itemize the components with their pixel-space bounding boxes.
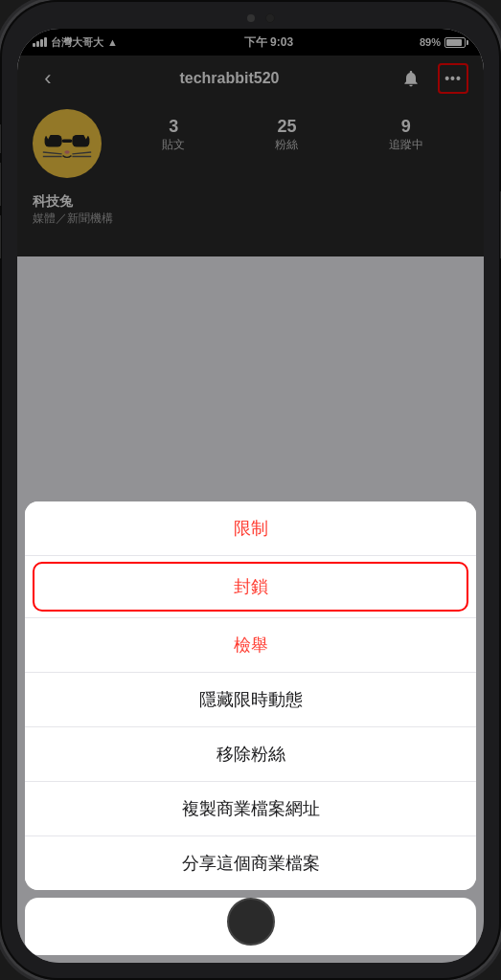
share-profile-label: 分享這個商業檔案 (182, 854, 320, 873)
share-profile-action[interactable]: 分享這個商業檔案 (25, 836, 476, 890)
report-action[interactable]: 檢舉 (25, 618, 476, 673)
camera (265, 13, 275, 23)
restrict-action[interactable]: 限制 (25, 501, 476, 556)
report-label: 檢舉 (234, 635, 268, 655)
hide-story-action[interactable]: 隱藏限時動態 (25, 673, 476, 727)
remove-follower-action[interactable]: 移除粉絲 (25, 727, 476, 782)
mute-button (0, 124, 1, 153)
copy-url-action[interactable]: 複製商業檔案網址 (25, 782, 476, 836)
action-sheet-overlay: 限制 封鎖 檢舉 隱藏限時動態 移除粉絲 複製商業檔案網址 (17, 29, 484, 963)
phone-frame: 台灣大哥大 ▲ 下午 9:03 89% ‹ techr (0, 0, 501, 980)
home-button[interactable] (227, 898, 275, 946)
phone-screen: 台灣大哥大 ▲ 下午 9:03 89% ‹ techr (17, 29, 484, 963)
volume-down-button (0, 215, 1, 258)
volume-up-button (0, 163, 1, 206)
hide-story-label: 隱藏限時動態 (199, 690, 303, 709)
remove-follower-label: 移除粉絲 (216, 745, 285, 764)
restrict-label: 限制 (234, 519, 268, 538)
speaker (247, 14, 255, 22)
block-label: 封鎖 (234, 577, 268, 596)
action-sheet: 限制 封鎖 檢舉 隱藏限時動態 移除粉絲 複製商業檔案網址 (25, 501, 476, 890)
block-action[interactable]: 封鎖 (33, 562, 468, 612)
copy-url-label: 複製商業檔案網址 (182, 799, 320, 818)
